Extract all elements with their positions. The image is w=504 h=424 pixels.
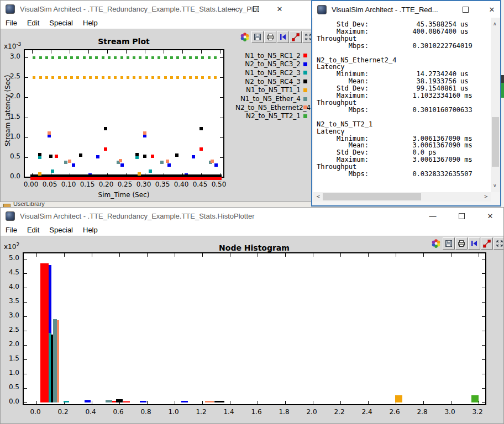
zoom-fit-icon[interactable] (494, 237, 503, 250)
y-tick (24, 388, 27, 389)
histogram-canvas[interactable] (23, 252, 486, 405)
x-tick-label: 3.2 (468, 408, 487, 415)
menu-file[interactable]: File (1, 19, 22, 27)
titlebar[interactable]: VisualSim Architect - .TTE_Redundancy_Ex… (1, 208, 503, 224)
series-band-N1_to_N5_RC1_2 (30, 177, 222, 180)
plot-points-icon[interactable] (290, 31, 302, 43)
x-tick-label: 2.2 (330, 408, 349, 415)
legend-item[interactable]: N1_to_N5_RC2_3 (235, 68, 307, 77)
y-tick (482, 345, 485, 346)
data-point-N1_to_N5_TT1_1 (138, 172, 141, 176)
menu-help[interactable]: Help (78, 19, 103, 27)
close-button[interactable]: ✕ (482, 1, 501, 18)
legend-item[interactable]: N1_to_N5_Ether_4 (235, 95, 307, 103)
horizontal-scrollbar-thumb[interactable] (323, 193, 421, 200)
series-dash-N1_to_N5_TT1_1 (120, 76, 123, 79)
menu-special[interactable]: Special (44, 226, 78, 234)
library-tree-item: UserLibrary (13, 202, 45, 207)
close-button[interactable]: ✕ (481, 208, 500, 224)
x-tick (202, 253, 203, 257)
data-point-N2_to_N5_Ethernet2_4 (166, 160, 169, 163)
scroll-up-icon[interactable]: ∧ (493, 22, 497, 26)
legend-marker (303, 105, 307, 109)
save-icon[interactable] (251, 31, 264, 43)
latency-plot-content: Stream Plot x10-3 Stream Latency (Sec) S… (1, 29, 313, 202)
x-tick (340, 401, 341, 404)
stream-plot-canvas[interactable] (24, 49, 224, 178)
series-dash-N2_to_N5_TT2_1 (201, 56, 204, 59)
x-tick (119, 253, 120, 257)
series-dash-N1_to_N5_TT1_1 (183, 76, 186, 79)
legend-item[interactable]: N1_to_N5_RC1_2 (235, 51, 307, 60)
data-point-N1_to_N5_RC1_2 (200, 147, 203, 151)
y-tick (220, 77, 223, 78)
maximize-button[interactable] (452, 208, 471, 224)
minimize-button[interactable]: — (416, 1, 435, 18)
series-dash-N2_to_N5_TT2_1 (145, 56, 148, 59)
menu-file[interactable]: File (1, 226, 22, 234)
series-dash-N1_to_N5_TT1_1 (95, 76, 98, 79)
legend-marker (303, 80, 307, 83)
series-dash-N1_to_N5_TT1_1 (127, 76, 129, 79)
legend-item[interactable]: N2_to_N5_Ethernet2_4 (235, 103, 307, 112)
data-point-N2_to_N5_RC3_2 (192, 155, 195, 158)
menu-help[interactable]: Help (78, 226, 103, 234)
x-tick (201, 50, 202, 54)
y-tick (24, 345, 27, 346)
series-dash-N1_to_N5_TT1_1 (214, 76, 217, 79)
series-dash-N2_to_N5_TT2_1 (176, 56, 179, 59)
legend-item[interactable]: N1_to_N5_TT1_1 (235, 86, 307, 94)
x-tick (423, 401, 424, 404)
scroll-left-icon[interactable]: < (316, 194, 321, 199)
color-palette-icon[interactable] (430, 237, 442, 250)
stats-text-pane[interactable]: Std Dev: 45.3588254 us Maximum: 400.0867… (313, 18, 491, 192)
legend-label: N2_to_N5_Ethernet2_4 (235, 104, 301, 112)
data-point-N2_to_N5_RC4_3 (135, 153, 139, 156)
y-tick (25, 177, 28, 178)
menu-special[interactable]: Special (44, 19, 78, 27)
y-axis-multiplier: x102 (4, 242, 19, 251)
color-palette-icon[interactable] (239, 31, 251, 43)
series-dash-N1_to_N5_TT1_1 (39, 76, 42, 79)
legend-item[interactable]: N2_to_N5_RC4_3 (235, 77, 307, 86)
legend-item[interactable]: N2_to_N5_RC3_2 (235, 60, 307, 68)
vertical-scrollbar-thumb[interactable] (492, 117, 499, 167)
x-tick-label: 0.6 (109, 408, 128, 415)
menu-edit[interactable]: Edit (22, 19, 44, 27)
scroll-right-icon[interactable]: > (484, 194, 488, 199)
x-tick (88, 50, 89, 54)
fill-plot-icon[interactable] (277, 31, 289, 43)
vertical-scrollbar[interactable]: ∧ ∨ (491, 18, 500, 192)
app-icon (6, 4, 15, 14)
x-axis-label: Sim_Time (Sec) (69, 191, 179, 199)
scroll-down-icon[interactable]: ∨ (493, 183, 497, 188)
horizontal-scrollbar[interactable]: < > (313, 192, 491, 202)
maximize-button[interactable] (246, 1, 265, 17)
series-dash-N1_to_N5_TT1_1 (170, 76, 173, 79)
chart-title: Node Histogram (188, 243, 321, 252)
menu-edit[interactable]: Edit (22, 226, 44, 234)
titlebar[interactable]: VisualSim Architect - .TTE_Redundancy_Ex… (1, 1, 313, 17)
save-icon[interactable] (443, 237, 455, 250)
y-tick (220, 118, 223, 118)
y-tick-label: 2.0 (3, 92, 20, 99)
stats-text: Std Dev: 45.3588254 us Maximum: 400.0867… (317, 21, 473, 178)
legend-item[interactable]: N2_to_N5_TT2_1 (235, 112, 307, 120)
minimize-button[interactable]: — (423, 208, 442, 224)
data-point-N2_to_N5_RC4_3 (175, 153, 179, 157)
series-dash-N2_to_N5_TT2_1 (45, 56, 48, 59)
maximize-button[interactable] (456, 1, 475, 18)
fill-plot-icon[interactable] (468, 237, 480, 250)
x-tick-label: 1.6 (247, 408, 266, 415)
series-dash-N2_to_N5_TT2_1 (195, 56, 198, 59)
print-icon[interactable] (455, 237, 468, 250)
titlebar[interactable]: VisualSim Architect - .TTE_Red... — ✕ (312, 1, 500, 18)
close-button[interactable]: ✕ (270, 1, 289, 17)
minimize-button[interactable]: — (223, 1, 242, 17)
print-icon[interactable] (264, 31, 276, 43)
series-dash-N1_to_N5_TT1_1 (158, 76, 160, 79)
y-tick (25, 97, 28, 98)
plot-points-icon[interactable] (481, 237, 493, 250)
data-point-N2_to_N5_RC4_3 (38, 153, 41, 156)
histogram-bar (205, 401, 214, 402)
